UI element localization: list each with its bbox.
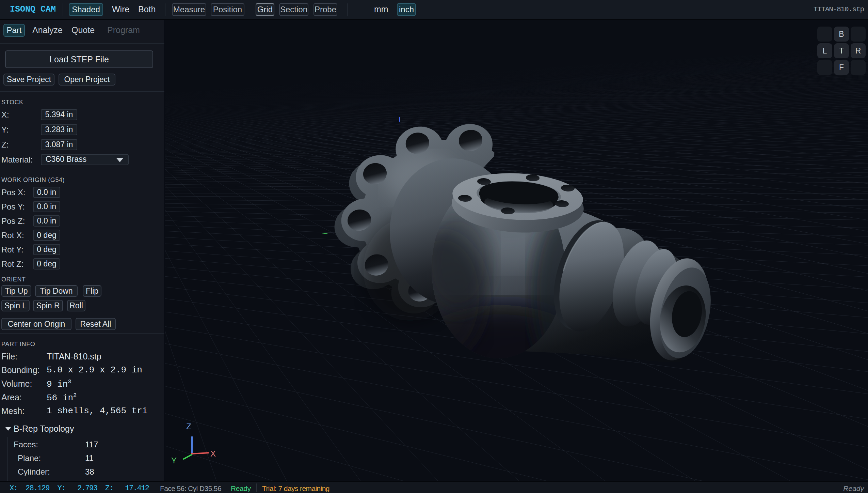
svg-text:Y: Y <box>171 456 177 465</box>
svg-text:X: X <box>210 449 216 458</box>
svg-text:Z: Z <box>186 422 191 431</box>
